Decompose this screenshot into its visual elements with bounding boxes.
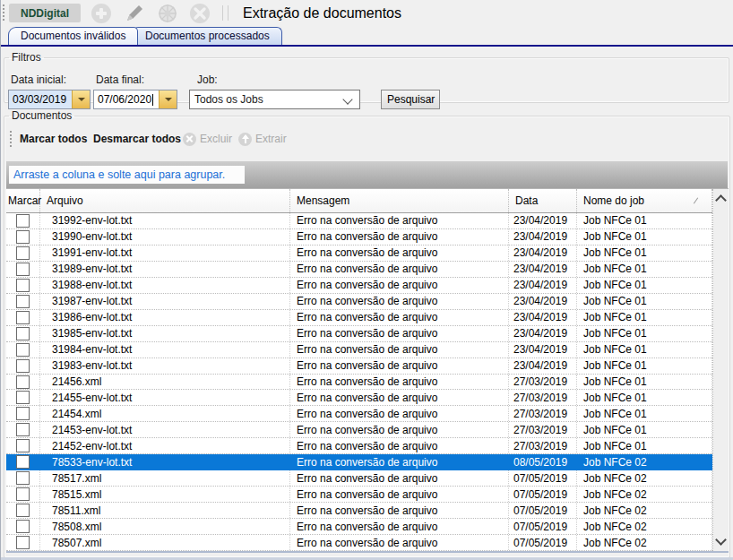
- unmark-all-button[interactable]: Desmarcar todos: [93, 128, 181, 150]
- group-by-hint: Arraste a coluna e solte aqui para agrup…: [9, 166, 245, 184]
- mark-all-button[interactable]: Marcar todos: [20, 128, 87, 150]
- combo-chevron-icon: [342, 94, 352, 104]
- cell-mensagem: Erro na conversão de arquivo: [290, 375, 509, 390]
- row-checkbox[interactable]: [16, 504, 30, 517]
- date-start-picker[interactable]: 03/03/2019: [8, 90, 91, 109]
- table-row[interactable]: 21452-env-lot.txtErro na conversão de ar…: [6, 438, 712, 454]
- cancel-icon[interactable]: [188, 2, 211, 25]
- cell-marcar: [6, 246, 40, 261]
- delete-button[interactable]: Excluir: [183, 128, 232, 150]
- row-checkbox[interactable]: [16, 375, 30, 389]
- cell-arquivo: 31989-env-lot.txt: [40, 262, 290, 277]
- row-checkbox[interactable]: [16, 407, 30, 420]
- table-row[interactable]: 31990-env-lot.txtErro na conversão de ar…: [6, 229, 712, 246]
- date-dropdown-icon[interactable]: [159, 90, 177, 108]
- date-dropdown-icon[interactable]: [72, 90, 90, 108]
- job-select[interactable]: Todos os Jobs: [189, 90, 360, 109]
- table-row[interactable]: 21456.xmlErro na conversão de arquivo27/…: [6, 375, 712, 391]
- table-row[interactable]: 21453-env-lot.txtErro na conversão de ar…: [6, 422, 712, 438]
- process-gear-icon[interactable]: [156, 2, 179, 25]
- table-row[interactable]: 21454.xmlErro na conversão de arquivo27/…: [6, 406, 712, 422]
- cell-arquivo: 21454.xml: [40, 406, 290, 421]
- cell-marcar: [6, 278, 40, 293]
- cell-arquivo: 21456.xml: [40, 375, 290, 390]
- row-checkbox[interactable]: [16, 214, 30, 228]
- tab-documentos-processados[interactable]: Documentos processados: [133, 27, 282, 45]
- cell-marcar: [6, 390, 40, 405]
- row-checkbox[interactable]: [16, 343, 30, 357]
- table-row[interactable]: 31986-env-lot.txtErro na conversão de ar…: [6, 310, 712, 326]
- table-row[interactable]: 31984-env-lot.txtErro na conversão de ar…: [6, 342, 712, 358]
- extract-up-icon: [238, 133, 252, 146]
- tab-documentos-invalidos[interactable]: Documentos inválidos: [8, 27, 138, 45]
- cell-arquivo: 31986-env-lot.txt: [40, 310, 290, 325]
- date-start-value[interactable]: 03/03/2019: [9, 90, 72, 108]
- scroll-down-icon[interactable]: [715, 534, 727, 546]
- row-checkbox[interactable]: [16, 263, 30, 276]
- extract-button[interactable]: Extrair: [238, 128, 287, 150]
- cell-marcar: [6, 262, 40, 277]
- table-row[interactable]: 31983-env-lot.txtErro na conversão de ar…: [6, 358, 712, 375]
- row-checkbox[interactable]: [16, 279, 30, 292]
- table-row[interactable]: 31992-env-lot.txtErro na conversão de ar…: [6, 213, 712, 229]
- row-checkbox[interactable]: [16, 536, 30, 549]
- column-header-data[interactable]: Data: [509, 189, 577, 212]
- row-checkbox[interactable]: [16, 455, 30, 469]
- row-checkbox[interactable]: [16, 520, 30, 533]
- cell-mensagem: Erro na conversão de arquivo: [290, 262, 509, 277]
- row-checkbox[interactable]: [16, 246, 30, 260]
- table-row[interactable]: 31988-env-lot.txtErro na conversão de ar…: [6, 278, 712, 294]
- column-header-nome-do-job[interactable]: Nome do job: [577, 189, 712, 212]
- row-checkbox[interactable]: [16, 327, 30, 340]
- table-row[interactable]: 78508.xmlErro na conversão de arquivo07/…: [6, 519, 712, 535]
- table-row[interactable]: 31985-env-lot.txtErro na conversão de ar…: [6, 326, 712, 342]
- cell-data: 23/04/2019: [509, 358, 577, 374]
- vertical-scrollbar[interactable]: [713, 189, 729, 551]
- search-button[interactable]: Pesquisar: [381, 90, 440, 109]
- cell-mensagem: Erro na conversão de arquivo: [290, 503, 509, 518]
- row-checkbox[interactable]: [16, 295, 30, 308]
- add-icon[interactable]: [90, 2, 113, 25]
- cell-data: 07/05/2019: [509, 503, 577, 518]
- table-row[interactable]: 31991-env-lot.txtErro na conversão de ar…: [6, 246, 712, 262]
- toolbar-grip[interactable]: [10, 131, 13, 147]
- table-row[interactable]: 78515.xmlErro na conversão de arquivo07/…: [6, 487, 712, 503]
- cell-mensagem: Erro na conversão de arquivo: [290, 278, 509, 293]
- cell-arquivo: 31987-env-lot.txt: [40, 294, 290, 309]
- row-checkbox[interactable]: [16, 423, 30, 436]
- cell-arquivo: 78515.xml: [40, 487, 290, 502]
- row-checkbox[interactable]: [16, 230, 30, 244]
- column-header-marcar[interactable]: Marcar: [6, 189, 40, 212]
- cell-nome-do-job: Job NFCe 01: [577, 262, 712, 277]
- row-checkbox[interactable]: [16, 487, 30, 501]
- cell-marcar: [6, 454, 40, 470]
- table-row[interactable]: 78511.xmlErro na conversão de arquivo07/…: [6, 503, 712, 519]
- row-checkbox[interactable]: [16, 359, 30, 373]
- row-checkbox[interactable]: [16, 439, 30, 452]
- row-checkbox[interactable]: [16, 391, 30, 404]
- cell-nome-do-job: Job NFCe 01: [577, 438, 712, 453]
- row-checkbox[interactable]: [16, 471, 30, 485]
- group-by-bar[interactable]: Arraste a coluna e solte aqui para agrup…: [6, 161, 728, 188]
- toolbar-grip[interactable]: [3, 4, 5, 22]
- tab-label: Documentos inválidos: [21, 30, 125, 42]
- cell-arquivo: 31984-env-lot.txt: [40, 342, 290, 358]
- cell-arquivo: 21453-env-lot.txt: [40, 422, 290, 437]
- cell-marcar: [6, 229, 40, 245]
- scroll-up-icon[interactable]: [715, 194, 727, 206]
- row-checkbox[interactable]: [16, 311, 30, 324]
- table-row[interactable]: 31989-env-lot.txtErro na conversão de ar…: [6, 262, 712, 278]
- date-end-picker[interactable]: 07/06/2020: [93, 90, 177, 109]
- column-header-mensagem[interactable]: Mensagem: [290, 189, 509, 212]
- column-header-arquivo[interactable]: Arquivo: [40, 189, 290, 212]
- edit-pencil-icon[interactable]: [123, 2, 146, 25]
- table-row[interactable]: 78517.xmlErro na conversão de arquivo07/…: [6, 470, 712, 487]
- table-row[interactable]: 78533-env-lot.txtErro na conversão de ar…: [6, 454, 712, 470]
- table-row[interactable]: 21455-env-lot.txtErro na conversão de ar…: [6, 390, 712, 406]
- table-row[interactable]: 31987-env-lot.txtErro na conversão de ar…: [6, 294, 712, 310]
- cell-mensagem: Erro na conversão de arquivo: [290, 294, 509, 309]
- cell-data: 27/03/2019: [509, 438, 577, 453]
- cell-arquivo: 31990-env-lot.txt: [40, 229, 290, 245]
- table-row[interactable]: 78507.xmlErro na conversão de arquivo07/…: [6, 535, 712, 551]
- cell-data: 23/04/2019: [509, 246, 577, 261]
